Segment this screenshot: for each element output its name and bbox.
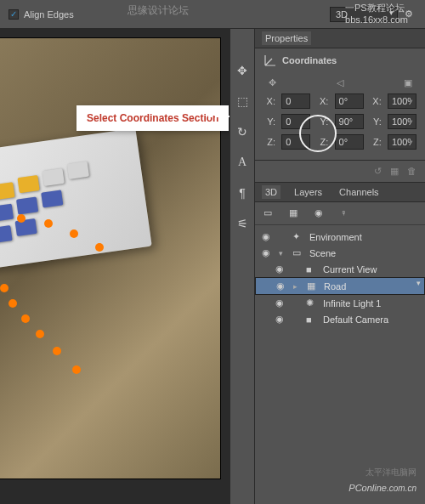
expand-icon[interactable]: ▸ bbox=[293, 282, 302, 291]
coordinates-title: Coordinates bbox=[282, 55, 337, 65]
3d-panel-header: 3D Layers Channels bbox=[255, 183, 425, 202]
tree-item-scene[interactable]: ◉ ▾ ▭ Scene bbox=[255, 245, 425, 261]
visibility-icon[interactable]: ◉ bbox=[262, 231, 274, 242]
visibility-icon[interactable]: ◉ bbox=[276, 280, 288, 292]
tree-item-infinite-light[interactable]: ◉ ✺ Infinite Light 1 bbox=[255, 295, 425, 311]
y-position-input[interactable] bbox=[281, 114, 310, 129]
annotation-arrow bbox=[208, 116, 230, 117]
trash-icon[interactable]: 🗑 bbox=[407, 166, 416, 177]
align-edges-label: Align Edges bbox=[24, 9, 74, 20]
tree-item-current-view[interactable]: ◉ ■ Current View bbox=[255, 261, 425, 277]
x-rotation-input[interactable] bbox=[335, 93, 364, 109]
document-canvas[interactable]: Select Coordinates Section bbox=[0, 29, 230, 504]
x-position-input[interactable] bbox=[281, 93, 310, 109]
tool-text-icon[interactable]: A bbox=[235, 155, 250, 170]
rotation-icon: ◁ bbox=[332, 77, 348, 88]
visibility-icon[interactable]: ◉ bbox=[275, 314, 287, 325]
visibility-icon[interactable]: ◉ bbox=[262, 247, 274, 258]
y-scale-input[interactable] bbox=[388, 114, 416, 129]
z-scale-input[interactable] bbox=[388, 134, 416, 150]
filter-scene-icon[interactable]: ▭ bbox=[264, 207, 277, 219]
properties-panel-header: Properties bbox=[255, 29, 425, 48]
visibility-icon[interactable]: ◉ bbox=[275, 297, 287, 309]
filter-light-icon[interactable]: ♀ bbox=[340, 207, 354, 219]
tree-item-default-camera[interactable]: ◉ ■ Default Camera bbox=[255, 311, 425, 327]
visibility-icon[interactable]: ◉ bbox=[275, 263, 287, 275]
x-scale-input[interactable] bbox=[388, 93, 416, 109]
3d-scene-tree: ◉ ✦ Environment ◉ ▾ ▭ Scene ◉ ■ Current … bbox=[255, 225, 425, 504]
tree-item-road[interactable]: ◉ ▸ ▦ Road bbox=[255, 277, 425, 295]
align-edges-checkbox[interactable]: ✓ bbox=[8, 9, 19, 20]
tree-item-environment[interactable]: ◉ ✦ Environment bbox=[255, 229, 425, 245]
reset-icon[interactable]: ↺ bbox=[374, 166, 382, 177]
tab-3d[interactable]: 3D bbox=[262, 185, 280, 199]
tool-transform-icon[interactable]: ⬚ bbox=[235, 93, 250, 109]
watermark-cn: 太平洋电脑网 bbox=[366, 467, 416, 479]
tab-properties[interactable]: Properties bbox=[262, 31, 311, 45]
watermark-top-center: 思缘设计论坛 bbox=[128, 3, 189, 18]
snap-icon[interactable]: ▦ bbox=[390, 166, 399, 177]
filter-material-icon[interactable]: ◉ bbox=[314, 207, 328, 219]
vertical-toolbar: ✥ ⬚ ↻ A ¶ ⚟ bbox=[230, 29, 255, 504]
tool-move-icon[interactable]: ✥ bbox=[235, 63, 250, 78]
position-icon: ✥ bbox=[264, 77, 280, 88]
z-rotation-input[interactable] bbox=[335, 134, 364, 150]
scale-icon: ▣ bbox=[400, 77, 416, 88]
coordinates-icon[interactable] bbox=[264, 54, 277, 67]
filter-mesh-icon[interactable]: ▦ bbox=[289, 207, 303, 219]
expand-icon[interactable]: ▾ bbox=[279, 249, 287, 258]
y-rotation-input[interactable] bbox=[335, 114, 364, 129]
tab-layers[interactable]: Layers bbox=[291, 185, 326, 199]
tab-channels[interactable]: Channels bbox=[336, 185, 382, 199]
tool-paragraph-icon[interactable]: ¶ bbox=[235, 185, 250, 201]
annotation-callout: Select Coordinates Section bbox=[76, 105, 229, 131]
z-position-input[interactable] bbox=[281, 134, 310, 150]
tool-rotate-icon[interactable]: ↻ bbox=[235, 124, 250, 139]
coordinates-grid: ✥ ◁ ▣ X: X: X: Y: Y: Y: Z: bbox=[255, 72, 425, 160]
watermark-top-right: 一PS教程论坛bbs.16xx8.com bbox=[345, 2, 408, 25]
tool-measure-icon[interactable]: ⚟ bbox=[235, 216, 250, 231]
